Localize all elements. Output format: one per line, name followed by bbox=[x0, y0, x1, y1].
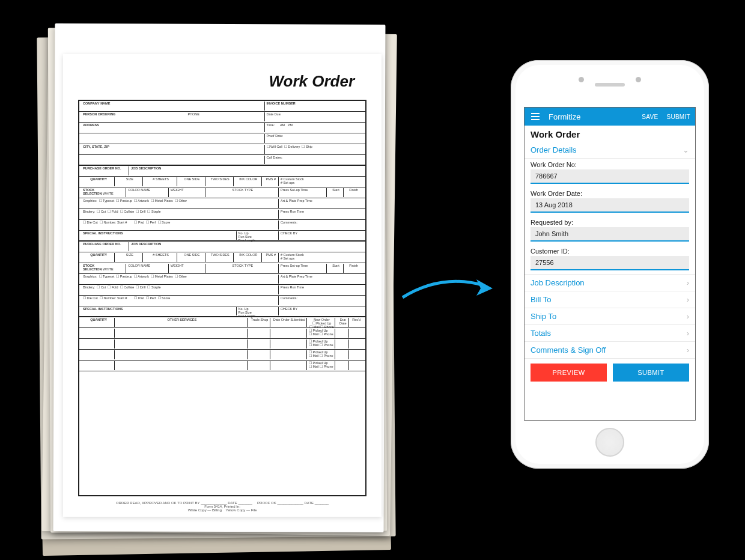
work-order-date-input[interactable] bbox=[531, 198, 689, 213]
section-totals[interactable]: Totals › bbox=[525, 325, 695, 342]
paper-footer: ORDER READ, APPROVED AND OK TO PRINT BY … bbox=[78, 501, 366, 512]
preview-button[interactable]: PREVIEW bbox=[531, 364, 607, 382]
paper-work-order-form: Work Order COMPANY NAMEINVOICE NUMBER PE… bbox=[63, 54, 382, 517]
chevron-down-icon: ⌄ bbox=[683, 145, 689, 154]
chevron-right-icon: › bbox=[687, 278, 689, 287]
action-row: PREVIEW SUBMIT bbox=[525, 359, 695, 386]
chevron-right-icon: › bbox=[687, 295, 689, 304]
paper-content: COMPANY NAMEINVOICE NUMBER PERSON ORDERI… bbox=[78, 100, 366, 496]
section-label: Totals bbox=[531, 329, 551, 338]
form-title: Work Order bbox=[525, 126, 695, 142]
hamburger-menu-icon[interactable] bbox=[529, 111, 541, 122]
section-order-details[interactable]: Order Details ⌄ bbox=[525, 142, 695, 159]
arrow-icon bbox=[400, 270, 496, 306]
chevron-right-icon: › bbox=[687, 312, 689, 321]
section-job-description[interactable]: Job Description › bbox=[525, 274, 695, 291]
app-header: Formitize SAVE SUBMIT bbox=[525, 108, 695, 126]
phone-top bbox=[515, 65, 704, 104]
chevron-right-icon: › bbox=[687, 345, 689, 355]
section-label: Ship To bbox=[531, 312, 556, 321]
field-label-requested-by: Requested by: bbox=[531, 219, 689, 226]
submit-button[interactable]: SUBMIT bbox=[613, 364, 689, 382]
phone-sensor bbox=[636, 77, 641, 82]
section-bill-to[interactable]: Bill To › bbox=[525, 291, 695, 308]
section-label: Bill To bbox=[531, 295, 551, 304]
field-label-work-order-no: Work Order No: bbox=[531, 161, 689, 168]
app-screen: Formitize SAVE SUBMIT Work Order Order D… bbox=[524, 107, 696, 421]
section-label: Comments & Sign Off bbox=[531, 345, 606, 355]
section-ship-to[interactable]: Ship To › bbox=[525, 308, 695, 325]
app-brand: Formitize bbox=[549, 112, 633, 121]
work-order-no-input[interactable] bbox=[531, 169, 689, 184]
phone-camera bbox=[579, 77, 584, 82]
requested-by-input[interactable] bbox=[531, 227, 689, 242]
phone-speaker bbox=[595, 83, 625, 87]
customer-id-input[interactable] bbox=[531, 256, 689, 270]
home-button[interactable] bbox=[595, 428, 624, 457]
section-label: Order Details bbox=[531, 145, 577, 154]
header-submit-button[interactable]: SUBMIT bbox=[666, 114, 690, 120]
header-save-button[interactable]: SAVE bbox=[642, 114, 658, 120]
paper-stack: Work Order COMPANY NAMEINVOICE NUMBER PE… bbox=[36, 12, 397, 559]
section-label: Job Description bbox=[531, 278, 585, 287]
phone-mockup: Formitize SAVE SUBMIT Work Order Order D… bbox=[511, 60, 709, 469]
field-label-customer-id: Customer ID: bbox=[531, 248, 689, 255]
section-comments-sign-off[interactable]: Comments & Sign Off › bbox=[525, 342, 695, 359]
paper-title: Work Order bbox=[78, 72, 366, 91]
field-label-work-order-date: Work Order Date: bbox=[531, 190, 689, 197]
chevron-right-icon: › bbox=[687, 329, 689, 338]
